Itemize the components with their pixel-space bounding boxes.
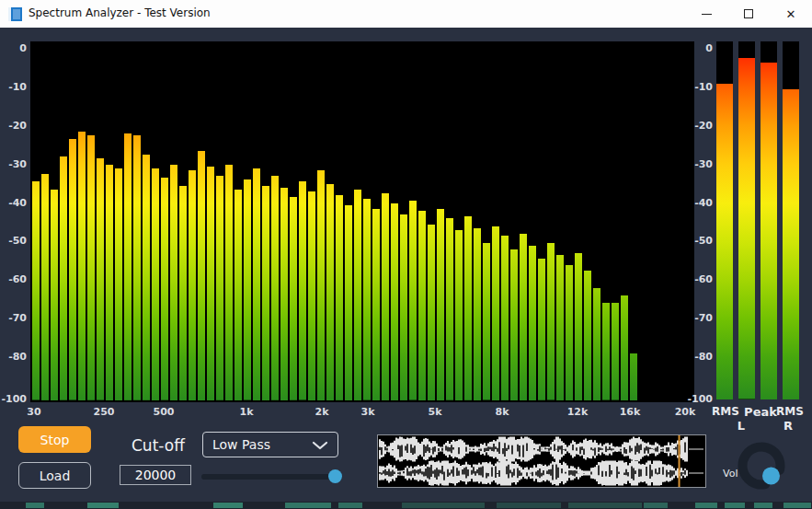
- spectrum-bar: [602, 303, 610, 400]
- frequency-tick-label: 30: [27, 406, 40, 418]
- knob-indicator-dot[interactable]: [762, 468, 780, 485]
- spectrum-bar: [372, 209, 380, 400]
- spectrum-bar: [308, 191, 315, 400]
- spectrum-bar: [97, 158, 104, 400]
- background-window-segment: [754, 503, 772, 508]
- spectrum-bar: [234, 190, 242, 400]
- frequency-tick-label: 5k: [429, 406, 442, 418]
- meter-fill: [761, 63, 777, 399]
- spectrum-bar: [621, 295, 628, 400]
- meter-db-tick-label: -40: [678, 197, 713, 209]
- spectrum-bar: [428, 225, 435, 400]
- chevron-down-icon: [312, 441, 328, 450]
- meter-db-tick-label: -60: [678, 273, 713, 285]
- spectrum-bar: [382, 193, 389, 400]
- background-window-segment: [568, 503, 642, 508]
- background-window-segment: [725, 503, 745, 508]
- spectrum-bar: [189, 170, 196, 400]
- spectrum-bar: [106, 165, 113, 400]
- spectrum-bar: [216, 176, 223, 400]
- spectrum-bar: [317, 170, 325, 400]
- load-button[interactable]: Load: [18, 462, 91, 489]
- spectrum-bar: [253, 168, 260, 400]
- meter-db-tick-label: -30: [678, 158, 713, 170]
- spectrum-bar: [464, 216, 472, 400]
- spectrum-display: [30, 41, 694, 402]
- filter-type-dropdown[interactable]: Low Pass: [202, 432, 338, 457]
- spectrum-bar: [152, 168, 159, 400]
- meter-db-tick-label: -10: [678, 81, 713, 93]
- meter-fill: [738, 58, 755, 399]
- spectrum-bar: [32, 181, 40, 400]
- background-window-segment: [213, 503, 243, 508]
- frequency-tick-label: 250: [94, 406, 115, 418]
- spectrum-bar: [280, 188, 288, 400]
- meter-row-label: RMS: [712, 405, 739, 418]
- spectrum-bar: [612, 303, 619, 400]
- spectrum-bar: [87, 135, 95, 400]
- spectrum-bar: [474, 228, 481, 400]
- background-window-segment: [644, 503, 668, 508]
- spectrum-bar: [400, 214, 407, 400]
- spectrum-bar: [60, 156, 67, 400]
- cutoff-label: Cut-off: [132, 436, 185, 455]
- db-tick-label: -10: [0, 81, 27, 93]
- frequency-tick-label: 500: [154, 406, 175, 418]
- cutoff-frequency-input[interactable]: [120, 465, 191, 485]
- spectrum-bar: [271, 176, 279, 400]
- spectrum-bars: [31, 49, 693, 400]
- spectrum-bar: [630, 353, 637, 400]
- waveform-display[interactable]: [377, 434, 706, 488]
- frequency-tick-label: 3k: [361, 406, 375, 418]
- frequency-tick-label: 1k: [240, 406, 254, 418]
- meter-channel-label: L: [738, 419, 745, 433]
- spectrum-bar: [198, 151, 205, 400]
- background-window-segment: [285, 503, 331, 508]
- cutoff-slider-thumb[interactable]: [328, 469, 342, 483]
- spectrum-bar: [244, 179, 251, 400]
- spectrum-bar: [354, 190, 361, 400]
- frequency-tick-label: 8k: [496, 406, 509, 418]
- db-tick-label: -100: [0, 393, 27, 405]
- spectrum-bar: [575, 253, 582, 400]
- spectrum-bar: [225, 165, 233, 400]
- stop-button[interactable]: Stop: [18, 426, 91, 453]
- spectrum-bar: [345, 205, 352, 400]
- meter-db-tick-label: 0: [678, 42, 713, 54]
- spectrum-bar: [584, 271, 591, 400]
- meter-fill: [716, 84, 733, 399]
- cutoff-slider[interactable]: [201, 474, 342, 480]
- db-tick-label: -80: [0, 351, 27, 363]
- app-icon: [8, 7, 22, 21]
- spectrum-bar: [336, 195, 343, 400]
- background-window-segment: [402, 503, 485, 508]
- meter-row-label: Peak: [744, 405, 777, 419]
- close-button[interactable]: ✕: [770, 0, 812, 28]
- frequency-tick-label: 12k: [567, 406, 589, 418]
- background-window-segment: [783, 503, 811, 508]
- frequency-tick-label: 16k: [620, 406, 641, 418]
- spectrum-bar: [547, 243, 555, 400]
- minimize-button[interactable]: [685, 0, 727, 28]
- maximize-icon: [744, 9, 753, 18]
- spectrum-bar: [69, 139, 76, 400]
- spectrum-bar: [143, 155, 150, 400]
- meter-fill: [783, 89, 799, 399]
- spectrum-bar: [446, 218, 453, 400]
- waveform-outline: [380, 437, 687, 486]
- db-tick-label: -40: [0, 197, 27, 209]
- db-tick-label: 0: [0, 42, 27, 54]
- spectrum-bar: [262, 186, 269, 400]
- minimize-icon: [702, 14, 712, 15]
- close-icon: ✕: [786, 7, 796, 21]
- spectrum-bar: [593, 288, 600, 400]
- spectrum-bar: [566, 265, 573, 401]
- app-window: Spectrum Analyzer - Test Version ✕ RMSPe…: [0, 0, 812, 509]
- volume-knob[interactable]: [733, 439, 792, 498]
- spectrum-bar: [207, 167, 214, 400]
- spectrum-bar: [556, 255, 564, 400]
- spectrum-bar: [299, 181, 306, 400]
- maximize-button[interactable]: [727, 0, 770, 28]
- db-tick-label: -20: [0, 120, 27, 132]
- spectrum-bar: [529, 246, 536, 400]
